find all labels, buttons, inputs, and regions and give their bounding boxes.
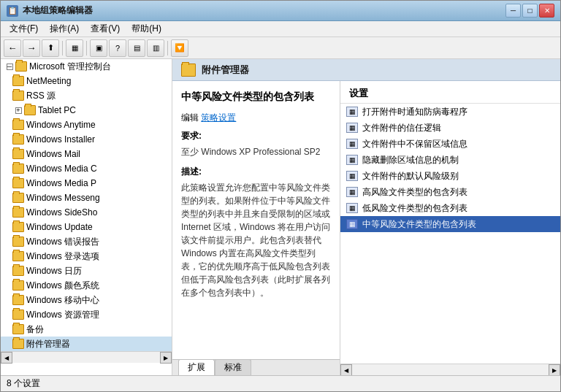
expand-icon: + <box>15 107 22 114</box>
settings-item-label-4: 文件附件的默认风险级别 <box>362 170 459 182</box>
settings-scroll-track <box>352 364 549 375</box>
tree-item-rss[interactable]: RSS 源 <box>1 88 172 103</box>
export-button[interactable]: ▣ <box>90 39 107 57</box>
folder-icon <box>12 76 24 86</box>
settings-scroll-left[interactable]: ◀ <box>340 364 352 375</box>
settings-icon-7: ▦ <box>346 219 358 229</box>
settings-icon-6: ▦ <box>346 203 358 213</box>
right-header: 附件管理器 <box>172 59 560 81</box>
filter-button[interactable]: 🔽 <box>171 39 188 57</box>
settings-item-2[interactable]: ▦ 文件附件中不保留区域信息 <box>340 136 560 152</box>
tree-label-tablet: Tablet PC <box>38 105 76 115</box>
tree-item-messenger[interactable]: Windows Messeng <box>1 191 172 205</box>
maximize-button[interactable]: □ <box>522 4 538 18</box>
tree-label-mobile: Windows 移动中心 <box>26 294 99 307</box>
folder-icon <box>12 251 24 261</box>
folder-icon <box>12 120 24 130</box>
tree-label-rss: RSS 源 <box>26 90 56 102</box>
tree-item-calendar[interactable]: Windows 日历 <box>1 264 172 278</box>
tree-item-sideshow[interactable]: Windows SideSho <box>1 205 172 220</box>
policy-edit-prefix: 编辑 <box>181 112 199 123</box>
settings-icon-0: ▦ <box>346 107 358 117</box>
tree-item-mediap[interactable]: Windows Media P <box>1 176 172 191</box>
settings-hscrollbar: ◀ ▶ <box>340 364 560 375</box>
scroll-right-btn[interactable]: ▶ <box>160 352 172 364</box>
menu-file[interactable]: 文件(F) <box>4 21 44 36</box>
tree-label-netmeeting: NetMeeting <box>26 76 71 86</box>
folder-icon <box>12 310 24 320</box>
settings-item-7[interactable]: ▦ 中等风险文件类型的包含列表 <box>340 216 560 232</box>
toolbar-sep-1 <box>62 41 63 55</box>
tree-label-explorer: Windows 资源管理 <box>26 309 99 321</box>
expand-icon: ─ <box>7 64 13 70</box>
settings-item-label-3: 隐藏删除区域信息的机制 <box>362 154 459 166</box>
tree-item-explorer[interactable]: Windows 资源管理 <box>1 307 172 322</box>
tree-item-anytime[interactable]: Windows Anytime <box>1 118 172 132</box>
settings-item-6[interactable]: ▦ 低风险文件类型的包含列表 <box>340 200 560 216</box>
settings-icon-4: ▦ <box>346 171 358 181</box>
settings-item-label-1: 文件附件的信任逻辑 <box>362 122 441 134</box>
folder-icon <box>12 280 24 291</box>
up-button[interactable]: ⬆ <box>42 39 59 57</box>
settings-label: 设置 <box>340 81 560 104</box>
settings-item-label-0: 打开附件时通知防病毒程序 <box>362 106 468 118</box>
tree-item-login[interactable]: Windows 登录选项 <box>1 249 172 264</box>
tree-label-attachment: 附件管理器 <box>26 338 70 350</box>
settings-icon-3: ▦ <box>346 155 358 165</box>
main-window: 📋 本地组策略编辑器 ─ □ ✕ 文件(F) 操作(A) 查看(V) 帮助(H)… <box>0 0 561 392</box>
menu-action[interactable]: 操作(A) <box>44 21 85 36</box>
settings-item-3[interactable]: ▦ 隐藏删除区域信息的机制 <box>340 152 560 168</box>
toggle-tablet[interactable]: + <box>12 103 24 118</box>
tree-item-color[interactable]: Windows 颜色系统 <box>1 278 172 293</box>
back-button[interactable]: ← <box>4 39 21 57</box>
policy-link[interactable]: 策略设置 <box>201 112 236 123</box>
help-button[interactable]: ? <box>109 39 126 57</box>
policy-tabs: 扩展 标准 <box>172 359 340 375</box>
settings-item-1[interactable]: ▦ 文件附件的信任逻辑 <box>340 120 560 136</box>
settings-icon-5: ▦ <box>346 187 358 197</box>
tree-item-backup[interactable]: 备份 <box>1 322 172 337</box>
main-content: ─ Microsoft 管理控制台 NetMeeting RSS 源 + Tab… <box>1 59 560 375</box>
settings-scroll-right[interactable]: ▶ <box>549 364 560 375</box>
tree-item-mail[interactable]: Windows Mail <box>1 147 172 161</box>
folder-icon <box>12 237 24 247</box>
left-tree-panel: ─ Microsoft 管理控制台 NetMeeting RSS 源 + Tab… <box>1 59 172 375</box>
tab-expand[interactable]: 扩展 <box>178 359 215 375</box>
tree-item-netmeeting[interactable]: NetMeeting <box>1 74 172 88</box>
close-button[interactable]: ✕ <box>539 4 554 18</box>
tree-item-installer[interactable]: Windows Installer <box>1 132 172 147</box>
tree-item-mobile[interactable]: Windows 移动中心 <box>1 293 172 307</box>
view2-button[interactable]: ▥ <box>147 39 164 57</box>
status-text: 8 个设置 <box>7 377 40 390</box>
status-bar: 8 个设置 <box>1 375 560 391</box>
settings-icon-1: ▦ <box>346 123 358 133</box>
tree-label-messenger: Windows Messeng <box>26 193 100 203</box>
tree-item-update[interactable]: Windows Update <box>1 220 172 234</box>
tree-item-mediac[interactable]: Windows Media C <box>1 161 172 176</box>
tree-item-error[interactable]: Windows 错误报告 <box>1 234 172 249</box>
settings-item-5[interactable]: ▦ 高风险文件类型的包含列表 <box>340 184 560 200</box>
settings-item-0[interactable]: ▦ 打开附件时通知防病毒程序 <box>340 104 560 120</box>
menu-help[interactable]: 帮助(H) <box>126 21 167 36</box>
view1-button[interactable]: ▤ <box>128 39 145 57</box>
toolbar: ← → ⬆ ▦ ▣ ? ▤ ▥ 🔽 <box>1 37 560 59</box>
settings-item-label-2: 文件附件中不保留区域信息 <box>362 138 468 150</box>
toggle-microsoft[interactable]: ─ <box>4 59 15 74</box>
show-hide-button[interactable]: ▦ <box>66 39 83 57</box>
tree-label-color: Windows 颜色系统 <box>26 280 99 292</box>
policy-req-label: 要求: <box>181 130 331 142</box>
tree-label-sideshow: Windows SideSho <box>26 207 97 218</box>
folder-icon <box>12 324 24 334</box>
forward-button[interactable]: → <box>23 39 40 57</box>
tree-item-tablet[interactable]: + Tablet PC <box>1 103 172 118</box>
tree-item-microsoft[interactable]: ─ Microsoft 管理控制台 <box>1 59 172 74</box>
scroll-left-btn[interactable]: ◀ <box>1 352 12 364</box>
tree-label-microsoft: Microsoft 管理控制台 <box>29 61 111 73</box>
tree-item-attachment[interactable]: 附件管理器 <box>1 337 172 351</box>
folder-icon <box>12 207 24 218</box>
app-icon: 📋 <box>7 5 18 17</box>
menu-view[interactable]: 查看(V) <box>85 21 126 36</box>
minimize-button[interactable]: ─ <box>505 4 521 18</box>
settings-item-4[interactable]: ▦ 文件附件的默认风险级别 <box>340 168 560 184</box>
tab-standard[interactable]: 标准 <box>215 359 251 375</box>
